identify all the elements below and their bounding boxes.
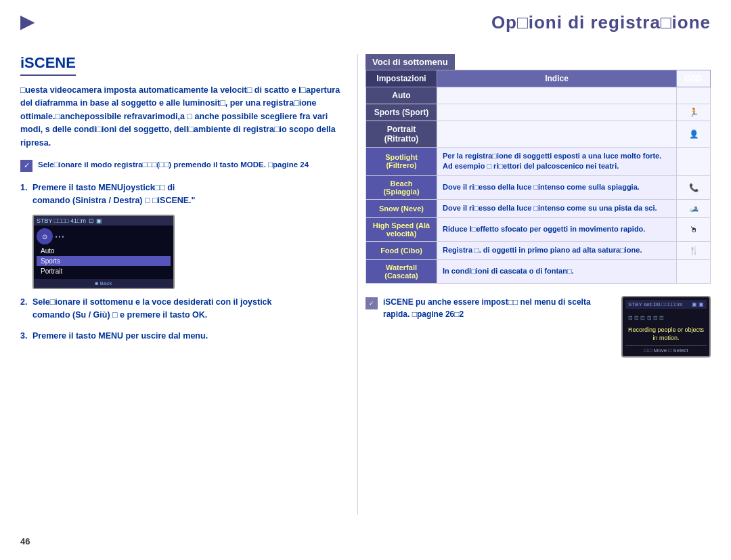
td-osd-spotlight (677, 148, 711, 176)
td-osd-waterfall (677, 259, 711, 283)
td-impostazioni-food: Food (Cibo) (366, 241, 437, 259)
step-1-sub: comando (Sinistra / Destra) □ □iSCENE." (32, 196, 196, 205)
table-row: Waterfall (Cascata) In condi□ioni di cas… (366, 259, 711, 283)
note-text: Sele□ionare il modo registra□□□(□□) prem… (38, 159, 309, 171)
right-column: Voci di sottomenu Impostazioni Indice OS… (366, 54, 711, 358)
mini-screen-header: STBY □□□□ 41□m ⊡ ▣ (34, 216, 173, 225)
step-3: 3. Premere il tasto MENU per uscire dal … (20, 330, 352, 343)
td-osd-sports: 🏃 (677, 104, 711, 121)
step-1-num: 1. (20, 181, 27, 194)
td-impostazioni-waterfall: Waterfall (Cascata) (366, 259, 437, 283)
td-indice-sports (437, 104, 677, 121)
note-box: ✓ Sele□ionare il modo registra□□□(□□) pr… (20, 159, 352, 172)
td-indice-auto (437, 87, 677, 104)
mini-screen: STBY □□□□ 41□m ⊡ ▣ ⊙ ▪ ▪ ▪ Auto (32, 215, 175, 289)
bottom-note-text: iSCENE pu anche essere impost□□ nel menu… (383, 296, 609, 321)
table-row: Beach (Spiaggia) Dove il ri□esso della l… (366, 175, 711, 199)
mini-camera-footer: □ □ Move □ Select (625, 345, 707, 353)
step-1: 1. Premere il tasto MENUjoystick□□ di co… (20, 181, 352, 207)
menu-table: Impostazioni Indice OSD Auto Sports (Spo… (366, 70, 711, 284)
note-icon: ✓ (20, 160, 32, 172)
mini-screen-icons: ⊡ ▣ (89, 217, 102, 224)
table-row: High Speed (Alà velocità) Riduce l□effet… (366, 217, 711, 241)
td-indice-beach: Dove il ri□esso della luce □intenso come… (437, 175, 677, 199)
mini-screen-header-text: STBY □□□□ 41□m (37, 217, 86, 224)
td-osd-beach: 📞 (677, 175, 711, 199)
td-impostazioni-snow: Snow (Neve) (366, 199, 437, 217)
page-title: Op□ioni di registra□ione (491, 12, 711, 33)
mini-screen-circle-icon: ⊙ (37, 228, 53, 244)
intro-text: □uesta videocamera imposta automaticamen… (20, 84, 352, 150)
td-osd-auto (677, 87, 711, 104)
td-indice-portrait (437, 121, 677, 148)
step-2-sub: comando (Su / Giù) □ e premere il tasto … (32, 310, 207, 320)
column-divider (357, 54, 358, 515)
voci-label: Voci di sottomenu (366, 54, 455, 70)
mini-camera-message: Recording people or objects in motion. (625, 323, 707, 345)
table-row: Snow (Neve) Dove il ri□esso della luce □… (366, 199, 711, 217)
left-column: iSCENE □uesta videocamera imposta automa… (20, 54, 352, 351)
mini-menu-sports[interactable]: Sports (37, 256, 171, 266)
step-2-num: 2. (20, 296, 27, 309)
mini-camera-battery: ▣ ▣ (692, 301, 704, 307)
mini-camera: STBY set□00 □□□□□m ▣ ▣ ⊡ ⊡ ⊡ ⊡ ⊡ ⊡ Recor… (621, 296, 711, 358)
steps-list: 1. Premere il tasto MENUjoystick□□ di co… (20, 181, 352, 343)
mini-screen-tb-1: ▪ (56, 234, 58, 240)
th-indice: Indice (437, 70, 677, 87)
table-row: Sports (Sport) 🏃 (366, 104, 711, 121)
th-impostazioni: Impostazioni (366, 70, 437, 87)
page-number: 46 (20, 536, 30, 546)
table-row: Auto (366, 87, 711, 104)
section-title: iSCENE (20, 54, 76, 76)
table-row: Food (Cibo) Registra □. di oggetti in pr… (366, 241, 711, 259)
td-impostazioni-spotlight: Spotlight (Filtrero) (366, 148, 437, 176)
step-2: 2. Sele□ionare il sottomenu e la voce de… (20, 296, 352, 322)
td-indice-highspeed: Riduce l□effetto sfocato per oggetti in … (437, 217, 677, 241)
mini-menu-auto[interactable]: Auto (37, 246, 171, 256)
mini-screen-body: ⊙ ▪ ▪ ▪ Auto Sports Portrait (34, 225, 173, 279)
mini-camera-header: STBY set□00 □□□□□m ▣ ▣ (625, 300, 707, 309)
td-impostazioni-beach: Beach (Spiaggia) (366, 175, 437, 199)
td-indice-food: Registra □. di oggetti in primo piano ad… (437, 241, 677, 259)
page-icon: ▶ (20, 10, 35, 33)
td-indice-spotlight: Per la registra□ione di soggetti esposti… (437, 148, 677, 176)
mini-screen-toolbar: ▪ ▪ ▪ (56, 234, 64, 240)
mini-camera-container: STBY set□00 □□□□□m ▣ ▣ ⊡ ⊡ ⊡ ⊡ ⊡ ⊡ Recor… (621, 296, 711, 358)
step-3-text: Premere il tasto MENU per uscire dal men… (32, 331, 208, 341)
step-1-text: Premere il tasto MENUjoystick□□ di (32, 183, 175, 192)
td-impostazioni-sports: Sports (Sport) (366, 104, 437, 121)
mini-screen-tb-3: ▪ (62, 234, 64, 240)
mini-camera-header-left: STBY set□00 □□□□□m (628, 301, 682, 307)
td-indice-snow: Dove il ri□esso della luce □intenso come… (437, 199, 677, 217)
mini-screen-circle-symbol: ⊙ (42, 233, 47, 240)
mini-menu-portrait[interactable]: Portrait (37, 266, 171, 276)
table-row: Spotlight (Filtrero) Per la registra□ion… (366, 148, 711, 176)
td-osd-highspeed: 🖱 (677, 217, 711, 241)
table-header-row: Impostazioni Indice OSD (366, 70, 711, 87)
th-osd: OSD (677, 70, 711, 87)
td-osd-portrait: 👤 (677, 121, 711, 148)
td-impostazioni-highspeed: High Speed (Alà velocità) (366, 217, 437, 241)
td-indice-waterfall: In condi□ioni di cascata o di fontan□. (437, 259, 677, 283)
step-3-num: 3. (20, 330, 27, 343)
bottom-note-icon: ✓ (366, 297, 378, 309)
mini-screen-container: STBY □□□□ 41□m ⊡ ▣ ⊙ ▪ ▪ ▪ Auto (32, 215, 175, 289)
table-row: Portrait (Ritratto) 👤 (366, 121, 711, 148)
mini-screen-tb-2: ▪ (59, 234, 61, 240)
mini-camera-icon-row-text: ⊡ ⊡ ⊡ ⊡ ⊡ ⊡ (628, 315, 664, 321)
td-impostazioni-portrait: Portrait (Ritratto) (366, 121, 437, 148)
td-osd-food: 🍴 (677, 241, 711, 259)
step-2-text: Sele□ionare il sottomenu e la voce desid… (32, 297, 272, 307)
bottom-note: ✓ iSCENE pu anche essere impost□□ nel me… (366, 296, 711, 358)
td-osd-snow: 🎿 (677, 199, 711, 217)
td-impostazioni-auto: Auto (366, 87, 437, 104)
mini-camera-icons-row: ⊡ ⊡ ⊡ ⊡ ⊡ ⊡ (625, 310, 707, 323)
mini-screen-footer: ■ Back (34, 279, 173, 288)
